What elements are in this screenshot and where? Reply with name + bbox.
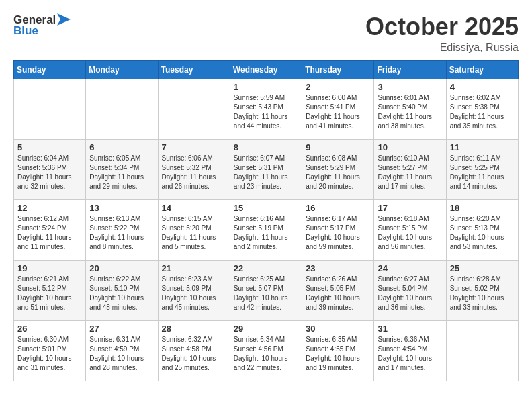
day-number: 17 xyxy=(378,203,442,213)
month-title: October 2025 xyxy=(365,13,519,40)
day-cell-2: 2Sunrise: 6:00 AM Sunset: 5:41 PM Daylig… xyxy=(302,79,374,139)
day-number: 25 xyxy=(450,263,515,273)
day-info: Sunrise: 6:07 AM Sunset: 5:31 PM Dayligh… xyxy=(234,154,288,190)
day-number: 4 xyxy=(450,82,515,92)
day-info: Sunrise: 6:12 AM Sunset: 5:24 PM Dayligh… xyxy=(17,215,72,250)
day-number: 10 xyxy=(378,142,442,152)
day-number: 24 xyxy=(378,263,442,273)
day-info: Sunrise: 6:32 AM Sunset: 4:58 PM Dayligh… xyxy=(162,336,216,371)
day-number: 28 xyxy=(162,324,226,334)
week-row-4: 19Sunrise: 6:21 AM Sunset: 5:12 PM Dayli… xyxy=(14,260,519,320)
day-number: 5 xyxy=(17,142,82,152)
day-number: 9 xyxy=(306,142,370,152)
day-cell-3: 3Sunrise: 6:01 AM Sunset: 5:40 PM Daylig… xyxy=(374,79,446,139)
day-info: Sunrise: 6:11 AM Sunset: 5:25 PM Dayligh… xyxy=(450,154,504,190)
day-cell-1: 1Sunrise: 5:59 AM Sunset: 5:43 PM Daylig… xyxy=(230,79,302,139)
day-cell-4: 4Sunrise: 6:02 AM Sunset: 5:38 PM Daylig… xyxy=(446,79,518,139)
day-info: Sunrise: 6:02 AM Sunset: 5:38 PM Dayligh… xyxy=(450,94,504,130)
day-cell-20: 20Sunrise: 6:22 AM Sunset: 5:10 PM Dayli… xyxy=(86,260,158,320)
day-number: 20 xyxy=(89,263,154,273)
day-info: Sunrise: 6:36 AM Sunset: 4:54 PM Dayligh… xyxy=(378,336,432,371)
day-cell-7: 7Sunrise: 6:06 AM Sunset: 5:32 PM Daylig… xyxy=(158,139,230,199)
day-cell-19: 19Sunrise: 6:21 AM Sunset: 5:12 PM Dayli… xyxy=(14,260,86,320)
day-cell-14: 14Sunrise: 6:15 AM Sunset: 5:20 PM Dayli… xyxy=(158,199,230,260)
day-cell-29: 29Sunrise: 6:34 AM Sunset: 4:56 PM Dayli… xyxy=(230,320,302,381)
day-number: 16 xyxy=(306,203,370,213)
day-cell-21: 21Sunrise: 6:23 AM Sunset: 5:09 PM Dayli… xyxy=(158,260,230,320)
svg-marker-0 xyxy=(57,13,71,26)
day-number: 29 xyxy=(234,324,298,334)
empty-cell xyxy=(86,79,158,139)
day-number: 26 xyxy=(17,324,82,334)
day-info: Sunrise: 6:25 AM Sunset: 5:07 PM Dayligh… xyxy=(234,275,288,311)
day-info: Sunrise: 6:04 AM Sunset: 5:36 PM Dayligh… xyxy=(17,154,72,190)
day-cell-13: 13Sunrise: 6:13 AM Sunset: 5:22 PM Dayli… xyxy=(86,199,158,260)
day-cell-22: 22Sunrise: 6:25 AM Sunset: 5:07 PM Dayli… xyxy=(230,260,302,320)
day-number: 12 xyxy=(17,203,82,213)
day-info: Sunrise: 6:22 AM Sunset: 5:10 PM Dayligh… xyxy=(89,275,144,311)
day-cell-28: 28Sunrise: 6:32 AM Sunset: 4:58 PM Dayli… xyxy=(158,320,230,381)
day-cell-17: 17Sunrise: 6:18 AM Sunset: 5:15 PM Dayli… xyxy=(374,199,446,260)
empty-cell xyxy=(446,320,518,381)
day-cell-24: 24Sunrise: 6:27 AM Sunset: 5:04 PM Dayli… xyxy=(374,260,446,320)
day-cell-27: 27Sunrise: 6:31 AM Sunset: 4:59 PM Dayli… xyxy=(86,320,158,381)
header: General Blue October 2025 Edissiya, Russ… xyxy=(13,13,519,54)
logo: General Blue xyxy=(13,13,71,38)
day-number: 1 xyxy=(234,82,298,92)
day-number: 21 xyxy=(162,263,226,273)
weekday-header-monday: Monday xyxy=(86,60,158,79)
day-cell-16: 16Sunrise: 6:17 AM Sunset: 5:17 PM Dayli… xyxy=(302,199,374,260)
day-info: Sunrise: 6:30 AM Sunset: 5:01 PM Dayligh… xyxy=(17,336,72,371)
day-info: Sunrise: 6:08 AM Sunset: 5:29 PM Dayligh… xyxy=(306,154,360,190)
day-number: 22 xyxy=(234,263,298,273)
day-cell-5: 5Sunrise: 6:04 AM Sunset: 5:36 PM Daylig… xyxy=(14,139,86,199)
day-number: 2 xyxy=(306,82,370,92)
title-area: October 2025 Edissiya, Russia xyxy=(365,13,519,54)
day-number: 30 xyxy=(306,324,370,334)
day-number: 15 xyxy=(234,203,298,213)
day-info: Sunrise: 6:18 AM Sunset: 5:15 PM Dayligh… xyxy=(378,215,432,250)
day-cell-9: 9Sunrise: 6:08 AM Sunset: 5:29 PM Daylig… xyxy=(302,139,374,199)
day-info: Sunrise: 6:34 AM Sunset: 4:56 PM Dayligh… xyxy=(234,336,288,371)
location-title: Edissiya, Russia xyxy=(365,42,519,54)
day-number: 3 xyxy=(378,82,442,92)
day-cell-31: 31Sunrise: 6:36 AM Sunset: 4:54 PM Dayli… xyxy=(374,320,446,381)
day-number: 8 xyxy=(234,142,298,152)
logo-blue-text: Blue xyxy=(13,24,38,38)
weekday-header-sunday: Sunday xyxy=(14,60,86,79)
weekday-header-friday: Friday xyxy=(374,60,446,79)
day-info: Sunrise: 6:35 AM Sunset: 4:55 PM Dayligh… xyxy=(306,336,360,371)
day-info: Sunrise: 6:23 AM Sunset: 5:09 PM Dayligh… xyxy=(162,275,216,311)
day-number: 13 xyxy=(89,203,154,213)
day-info: Sunrise: 6:06 AM Sunset: 5:32 PM Dayligh… xyxy=(162,154,216,190)
empty-cell xyxy=(158,79,230,139)
page-container: General Blue October 2025 Edissiya, Russ… xyxy=(0,0,532,388)
day-cell-11: 11Sunrise: 6:11 AM Sunset: 5:25 PM Dayli… xyxy=(446,139,518,199)
day-number: 31 xyxy=(378,324,442,334)
empty-cell xyxy=(14,79,86,139)
day-cell-15: 15Sunrise: 6:16 AM Sunset: 5:19 PM Dayli… xyxy=(230,199,302,260)
day-cell-23: 23Sunrise: 6:26 AM Sunset: 5:05 PM Dayli… xyxy=(302,260,374,320)
day-number: 23 xyxy=(306,263,370,273)
logo-bird-icon xyxy=(57,13,71,26)
day-info: Sunrise: 5:59 AM Sunset: 5:43 PM Dayligh… xyxy=(234,94,288,130)
day-number: 19 xyxy=(17,263,82,273)
day-info: Sunrise: 6:21 AM Sunset: 5:12 PM Dayligh… xyxy=(17,275,72,311)
day-number: 27 xyxy=(89,324,154,334)
day-info: Sunrise: 6:10 AM Sunset: 5:27 PM Dayligh… xyxy=(378,154,432,190)
day-info: Sunrise: 6:15 AM Sunset: 5:20 PM Dayligh… xyxy=(162,215,216,250)
day-info: Sunrise: 6:00 AM Sunset: 5:41 PM Dayligh… xyxy=(306,94,360,130)
day-info: Sunrise: 6:20 AM Sunset: 5:13 PM Dayligh… xyxy=(450,215,504,250)
day-number: 14 xyxy=(162,203,226,213)
day-info: Sunrise: 6:05 AM Sunset: 5:34 PM Dayligh… xyxy=(89,154,144,190)
weekday-header-saturday: Saturday xyxy=(446,60,518,79)
day-info: Sunrise: 6:16 AM Sunset: 5:19 PM Dayligh… xyxy=(234,215,288,250)
day-cell-25: 25Sunrise: 6:28 AM Sunset: 5:02 PM Dayli… xyxy=(446,260,518,320)
day-cell-26: 26Sunrise: 6:30 AM Sunset: 5:01 PM Dayli… xyxy=(14,320,86,381)
day-cell-6: 6Sunrise: 6:05 AM Sunset: 5:34 PM Daylig… xyxy=(86,139,158,199)
week-row-2: 5Sunrise: 6:04 AM Sunset: 5:36 PM Daylig… xyxy=(14,139,519,199)
weekday-header-row: SundayMondayTuesdayWednesdayThursdayFrid… xyxy=(14,60,519,79)
day-number: 18 xyxy=(450,203,515,213)
calendar-table: SundayMondayTuesdayWednesdayThursdayFrid… xyxy=(13,60,519,381)
weekday-header-thursday: Thursday xyxy=(302,60,374,79)
